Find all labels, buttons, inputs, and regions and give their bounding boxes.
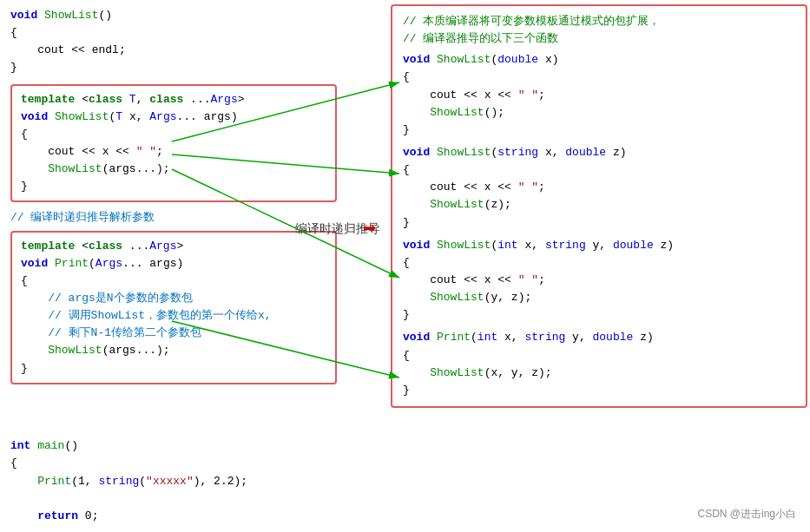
code-line: } (10, 59, 337, 76)
code-line: ShowList(y, z); (403, 289, 795, 306)
right-block1: void ShowList(double x) { cout << x << "… (403, 51, 795, 139)
code-line: ShowList(); (403, 104, 795, 122)
code-line: void Print(int x, string y, double z) (403, 329, 795, 346)
code-line: void ShowList(double x) (403, 51, 795, 69)
code-line: { (21, 273, 326, 290)
code-line: // 剩下N-1传给第二个参数包 (21, 325, 326, 342)
right-block4: void Print(int x, string y, double z) { … (403, 329, 795, 399)
code-line: ShowList(args...); (21, 161, 326, 178)
left-top-code: void ShowList() { cout << endl; } templa… (0, 0, 347, 398)
code-line: void ShowList(string x, double z) (403, 144, 795, 161)
code-line: { (403, 161, 795, 179)
watermark: CSDN @进击ing小白 (697, 507, 796, 522)
right-block2: void ShowList(string x, double z) { cout… (403, 144, 795, 232)
code-line: cout << x << " "; (21, 143, 326, 161)
code-line: void Print(Args... args) (21, 255, 326, 273)
code-line: template <class T, class ...Args> (21, 91, 326, 108)
code-line: { (403, 254, 795, 272)
code-line: template <class ...Args> (21, 238, 326, 255)
code-line: { (10, 455, 337, 472)
code-line: { (403, 69, 795, 86)
code-line: { (10, 24, 337, 42)
code-line: void ShowList(T x, Args... args) (21, 108, 326, 126)
template-box-1: template <class T, class ...Args> void S… (10, 84, 337, 203)
code-line: { (21, 126, 326, 143)
right-block3: void ShowList(int x, string y, double z)… (403, 237, 795, 325)
code-line: ShowList(z); (403, 196, 795, 213)
code-line: } (403, 306, 795, 324)
code-line: cout << endl; (10, 42, 337, 59)
code-line: cout << x << " "; (403, 272, 795, 289)
code-line: } (403, 214, 795, 232)
bottom-left-code: int main() { Print(1, string("xxxxx"), 2… (0, 430, 347, 532)
right-comment1: // 本质编译器将可变参数模板通过模式的包扩展， (403, 13, 795, 30)
code-line: } (403, 122, 795, 139)
code-line: } (21, 178, 326, 195)
code-line: cout << x << " "; (403, 87, 795, 104)
code-line: { (403, 347, 795, 365)
code-line: cout << x << " "; (403, 179, 795, 196)
right-comment2: // 编译器推导的以下三个函数 (403, 30, 795, 48)
code-line: } (403, 382, 795, 399)
code-line (10, 490, 337, 508)
code-line: Print(1, string("xxxxx"), 2.2); (10, 473, 337, 490)
compile-comment: // 编译时递归推导解析参数 (10, 209, 337, 227)
template-box-2: template <class ...Args> void Print(Args… (10, 231, 337, 384)
code-line: void ShowList() (10, 7, 337, 24)
code-line: } (21, 360, 326, 378)
arrow-right-icon: ➡ (363, 215, 377, 243)
code-line: ShowList(args...); (21, 342, 326, 359)
code-line: // 调用ShowList，参数包的第一个传给x, (21, 307, 326, 325)
code-line: // args是N个参数的参数包 (21, 290, 326, 307)
code-line: return 0; (10, 508, 337, 525)
main-container: void ShowList() { cout << endl; } templa… (0, 0, 810, 532)
code-line: void ShowList(int x, string y, double z) (403, 237, 795, 254)
code-line: ShowList(x, y, z); (403, 365, 795, 382)
code-line: int main() (10, 437, 337, 455)
right-code-box: // 本质编译器将可变参数模板通过模式的包扩展， // 编译器推导的以下三个函数… (391, 4, 807, 408)
